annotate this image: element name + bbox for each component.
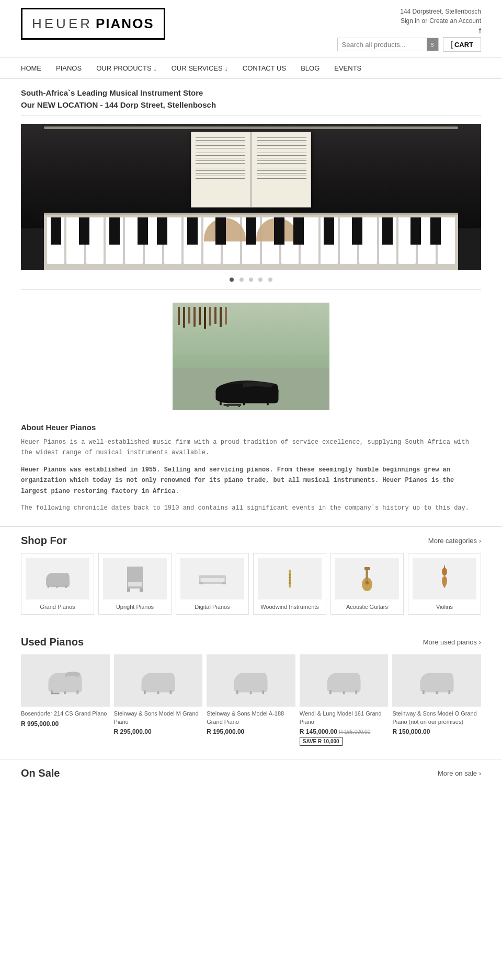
cart-button[interactable]: [ CART [443, 37, 481, 52]
nav-our-services[interactable]: OUR SERVICES ↓ [172, 64, 228, 72]
sign-in-link[interactable]: Sign in [401, 17, 420, 25]
svg-rect-40 [236, 690, 238, 694]
dot-5[interactable] [268, 278, 272, 282]
violin-thumbnail [413, 558, 476, 599]
on-sale-header: On Sale More on sale › [0, 759, 502, 786]
piano-card-img-2 [114, 654, 203, 707]
about-p1: Heuer Pianos is a well-established music… [21, 437, 481, 458]
auth-row: Sign in or Create an Account [401, 17, 481, 25]
svg-rect-42 [263, 690, 265, 694]
svg-rect-14 [140, 589, 143, 592]
svg-rect-19 [289, 570, 291, 588]
upright-piano-thumbnail [103, 558, 167, 599]
piano-card-price-1: R 995,000.00 [21, 720, 110, 728]
logo[interactable]: HEUER PIANOS [21, 8, 165, 40]
more-on-sale-link[interactable]: More on sale › [438, 769, 481, 777]
dot-1[interactable] [230, 278, 234, 282]
svg-point-30 [365, 581, 369, 585]
svg-rect-2 [243, 402, 245, 405]
digital-piano-thumbnail [180, 558, 244, 599]
save-badge-4: SAVE R 10,000 [300, 737, 343, 746]
divider-hero [21, 116, 481, 116]
shop-item-acoustic-guitars[interactable]: Acoustic Guitars [330, 553, 404, 615]
more-categories-link[interactable]: More categories › [428, 537, 481, 545]
address: 144 Dorpstreet, Stellenbosch [400, 8, 481, 15]
svg-rect-4 [224, 404, 242, 406]
shop-item-grand-pianos[interactable]: Grand Pianos [21, 553, 94, 615]
svg-rect-36 [51, 693, 60, 694]
search-box: s [337, 38, 439, 51]
piano-card-price-5: R 150,000.00 [392, 728, 481, 735]
svg-rect-26 [364, 567, 370, 570]
search-input[interactable] [338, 39, 427, 51]
svg-rect-17 [199, 582, 202, 585]
search-cart-row: s [ CART [337, 37, 481, 52]
more-used-pianos-link[interactable]: More used pianos › [423, 638, 481, 646]
svg-rect-8 [47, 586, 49, 589]
about-title: About Heuer Pianos [21, 423, 481, 432]
dot-3[interactable] [249, 278, 253, 282]
used-pianos-grid: Bosendorfer 214 CS Grand Piano R 995,000… [0, 654, 502, 759]
grand-piano-thumbnail [26, 558, 89, 599]
piano-card-name-1: Bosendorfer 214 CS Grand Piano [21, 710, 110, 718]
shop-item-label-woodwind: Woodwind Instruments [260, 604, 319, 610]
piano-card-name-5: Steinway & Sons Model O Grand Piano (not… [392, 710, 481, 726]
piano-card-name-3: Steinway & Sons Model A-188 Grand Piano [207, 710, 295, 726]
nav-events[interactable]: EVENTS [334, 64, 361, 72]
piano-card-price-2: R 295,000.00 [114, 728, 203, 735]
cart-label: CART [454, 41, 473, 49]
svg-rect-45 [356, 690, 358, 694]
piano-card-img-3 [207, 654, 295, 707]
woodwind-thumbnail [258, 558, 322, 599]
shop-item-upright-pianos[interactable]: Upright Pianos [98, 553, 172, 615]
nav-our-products[interactable]: OUR PRODUCTS ↓ [96, 64, 157, 72]
slider-image [21, 124, 481, 270]
shop-item-violins[interactable]: Violins [408, 553, 481, 615]
shop-item-digital-pianos[interactable]: Digital Pianos [176, 553, 249, 615]
svg-rect-5 [227, 406, 229, 407]
svg-point-22 [289, 579, 291, 581]
used-piano-card-2[interactable]: Steinway & Sons Model M Grand Piano R 29… [114, 654, 203, 746]
create-account-link[interactable]: Create an Account [429, 17, 481, 25]
store-photo-section [0, 292, 502, 420]
svg-point-23 [289, 582, 291, 584]
svg-rect-3 [267, 401, 269, 406]
used-piano-card-5[interactable]: Steinway & Sons Model O Grand Piano (not… [392, 654, 481, 746]
piano-card-img-5 [392, 654, 481, 707]
nav-pianos[interactable]: PIANOS [56, 64, 82, 72]
cart-bracket-icon: [ [451, 40, 453, 49]
or-text: or [422, 17, 428, 25]
piano-card-img-4 [300, 654, 389, 707]
store-photo [173, 303, 329, 410]
piano-card-price-3: R 195,000.00 [207, 728, 295, 735]
search-button[interactable]: s [427, 38, 438, 51]
svg-rect-38 [157, 691, 159, 695]
logo-heuer: HEUER [32, 16, 93, 32]
shop-item-label-violins: Violins [436, 604, 453, 610]
svg-point-20 [289, 574, 291, 576]
svg-rect-41 [250, 691, 252, 695]
svg-rect-10 [65, 586, 66, 589]
svg-rect-37 [144, 690, 146, 694]
hero-text: South-Africa`s Leading Musical Instrumen… [0, 79, 502, 116]
nav-home[interactable]: HOME [21, 64, 41, 72]
slider-container [21, 124, 481, 286]
used-piano-card-3[interactable]: Steinway & Sons Model A-188 Grand Piano … [207, 654, 295, 746]
location-heading: Our NEW LOCATION - 144 Dorp Street, Stel… [21, 100, 481, 109]
svg-rect-48 [448, 690, 450, 694]
svg-rect-34 [64, 691, 66, 695]
used-piano-card-4[interactable]: Wendl & Lung Model 161 Grand Piano R 145… [300, 654, 389, 746]
svg-rect-39 [169, 690, 172, 694]
header: HEUER PIANOS 144 Dorpstreet, Stellenbosc… [0, 0, 502, 54]
dot-4[interactable] [258, 278, 263, 282]
on-sale-grid [0, 786, 502, 838]
shop-item-woodwind[interactable]: Woodwind Instruments [253, 553, 326, 615]
nav-blog[interactable]: BLOG [301, 64, 320, 72]
dot-2[interactable] [239, 278, 244, 282]
svg-rect-9 [56, 586, 58, 589]
nav-contact-us[interactable]: CONTACT US [243, 64, 286, 72]
used-piano-card-1[interactable]: Bosendorfer 214 CS Grand Piano R 995,000… [21, 654, 110, 746]
facebook-icon[interactable]: f [479, 27, 481, 35]
on-sale-title: On Sale [21, 767, 60, 779]
svg-rect-13 [127, 589, 130, 592]
